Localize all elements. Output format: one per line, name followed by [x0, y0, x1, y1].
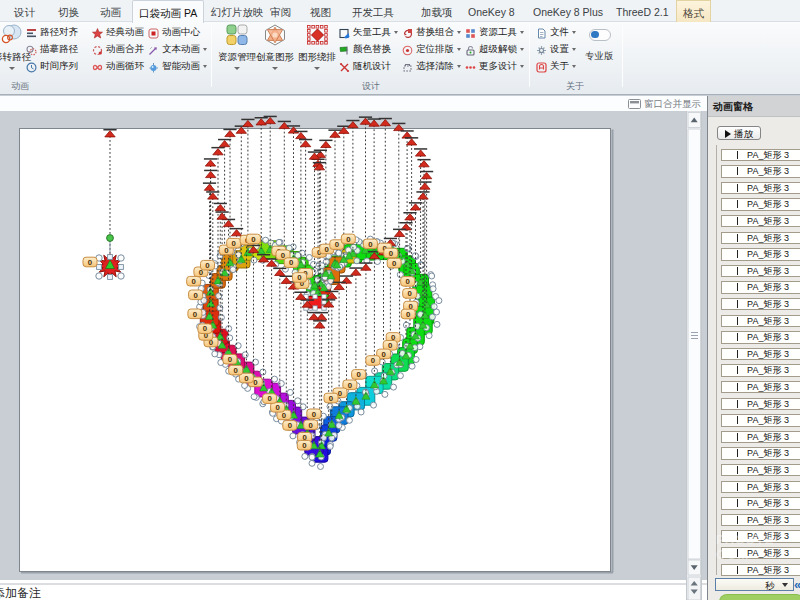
svg-text:0: 0: [203, 325, 208, 334]
svg-text:0: 0: [234, 366, 239, 375]
svg-text:0: 0: [371, 356, 376, 365]
svg-text:0: 0: [389, 249, 394, 258]
svg-text:0: 0: [406, 310, 411, 319]
svg-text:0: 0: [232, 239, 237, 248]
svg-text:0: 0: [244, 374, 249, 383]
svg-text:0: 0: [408, 289, 413, 298]
svg-text:0: 0: [228, 355, 233, 364]
svg-text:0: 0: [205, 261, 210, 270]
svg-text:添加备注: 添加备注: [0, 586, 41, 600]
svg-text:0: 0: [382, 350, 387, 359]
svg-text:0: 0: [335, 240, 340, 249]
svg-text:0: 0: [356, 370, 361, 379]
svg-text:0: 0: [288, 421, 293, 430]
svg-text:0: 0: [302, 441, 307, 450]
svg-text:0: 0: [88, 258, 93, 267]
svg-text:0: 0: [329, 394, 334, 403]
svg-text:0: 0: [368, 240, 373, 249]
svg-text:0: 0: [338, 389, 343, 398]
svg-text:0: 0: [325, 245, 330, 254]
svg-text:0: 0: [297, 273, 302, 282]
svg-text:0: 0: [348, 381, 353, 390]
svg-text:0: 0: [406, 277, 411, 286]
svg-text:0: 0: [289, 259, 294, 268]
svg-text:0: 0: [251, 235, 256, 244]
svg-text:0: 0: [192, 277, 197, 286]
svg-text:0: 0: [346, 235, 351, 244]
svg-text:0: 0: [312, 410, 317, 419]
svg-text:0: 0: [309, 421, 314, 430]
svg-text:0: 0: [193, 310, 198, 319]
svg-text:0: 0: [193, 291, 198, 300]
svg-text:0: 0: [275, 403, 280, 412]
svg-text:0: 0: [267, 394, 272, 403]
svg-text:0: 0: [392, 259, 397, 268]
